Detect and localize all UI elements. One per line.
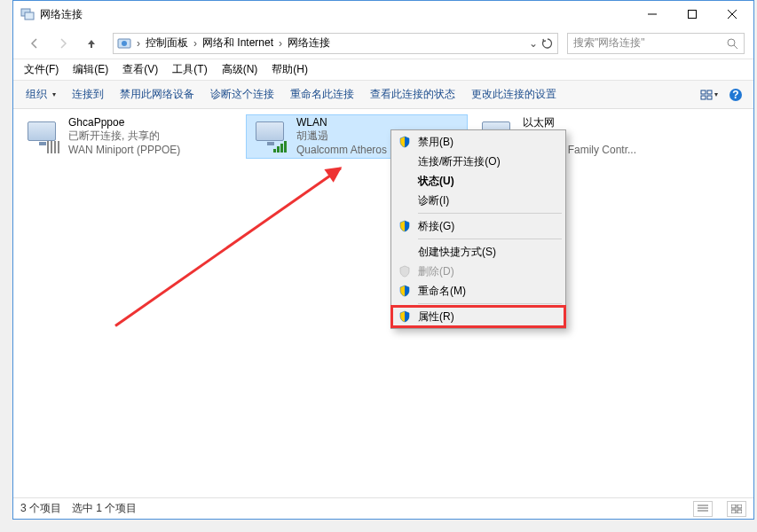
shield-icon <box>398 136 411 148</box>
svg-line-9 <box>734 45 737 49</box>
connection-device: WAN Miniport (PPPOE) <box>68 144 180 158</box>
item-count: 3 个项目 <box>20 501 61 516</box>
connection-name: 以太网 <box>523 116 636 130</box>
ctx-properties[interactable]: 属性(R) <box>393 307 564 326</box>
menu-tools[interactable]: 工具(T) <box>165 60 214 79</box>
details-view-button[interactable] <box>693 501 713 517</box>
svg-rect-1 <box>25 12 34 20</box>
close-button[interactable] <box>712 1 752 27</box>
connection-status: 胡邋遢 <box>296 129 387 144</box>
context-menu: 禁用(B) 连接/断开连接(O) 状态(U) 诊断(I) 桥接(G) 创建快捷方… <box>390 129 566 329</box>
chevron-right-icon: › <box>192 37 199 50</box>
ctx-disable[interactable]: 禁用(B) <box>393 132 564 152</box>
breadcrumb-item[interactable]: 控制面板 <box>142 35 192 51</box>
menu-view[interactable]: 查看(V) <box>115 60 165 79</box>
maximize-button[interactable] <box>672 1 712 27</box>
back-button[interactable] <box>22 31 47 56</box>
toolbar: 组织 连接到 禁用此网络设备 诊断这个连接 重命名此连接 查看此连接的状态 更改… <box>13 81 753 109</box>
svg-rect-20 <box>737 505 742 508</box>
refresh-icon[interactable] <box>541 37 554 50</box>
network-connections-window: 网络连接 › 控制面板 › 网络和 Internet › 网络连接 ⌄ 搜索"网… <box>12 0 754 520</box>
separator <box>418 213 562 214</box>
menu-advanced[interactable]: 高级(N) <box>215 60 265 79</box>
change-settings-button[interactable]: 更改此连接的设置 <box>464 83 564 106</box>
breadcrumb[interactable]: › 控制面板 › 网络和 Internet › 网络连接 ⌄ <box>113 33 558 54</box>
ctx-bridge[interactable]: 桥接(G) <box>393 216 564 236</box>
shield-icon <box>398 220 411 232</box>
menu-edit[interactable]: 编辑(E) <box>66 60 115 79</box>
svg-point-8 <box>728 39 735 46</box>
svg-rect-11 <box>707 90 712 94</box>
separator <box>418 239 562 239</box>
network-folder-icon <box>20 7 35 21</box>
shield-icon <box>398 310 411 323</box>
breadcrumb-item[interactable]: 网络和 Internet <box>199 35 277 51</box>
shield-icon <box>398 285 411 297</box>
svg-text:?: ? <box>732 89 738 101</box>
chevron-right-icon: › <box>135 37 142 50</box>
connection-name: GhcaPppoe <box>68 116 180 130</box>
svg-rect-12 <box>701 96 706 99</box>
search-placeholder: 搜索"网络连接" <box>573 35 726 51</box>
svg-rect-13 <box>707 96 712 99</box>
shield-icon <box>398 265 411 278</box>
ctx-delete: 删除(D) <box>393 262 564 281</box>
view-options-button[interactable] <box>697 84 722 106</box>
window-title: 网络连接 <box>40 7 83 22</box>
tiles-view-button[interactable] <box>727 501 746 517</box>
ctx-connect-disconnect[interactable]: 连接/断开连接(O) <box>393 152 564 171</box>
search-input[interactable]: 搜索"网络连接" <box>567 33 745 54</box>
svg-rect-21 <box>731 510 736 513</box>
view-status-button[interactable]: 查看此连接的状态 <box>363 83 462 106</box>
connection-device: Qualcomm Atheros <box>296 144 387 158</box>
ctx-rename[interactable]: 重命名(M) <box>393 281 564 301</box>
svg-point-7 <box>122 41 127 46</box>
diagnose-button[interactable]: 诊断这个连接 <box>203 83 281 106</box>
rename-connection-button[interactable]: 重命名此连接 <box>283 83 361 106</box>
connection-status: 已断开连接, 共享的 <box>68 129 180 144</box>
titlebar: 网络连接 <box>13 1 753 27</box>
svg-rect-10 <box>701 90 706 94</box>
connection-name: WLAN <box>296 116 387 130</box>
ctx-status[interactable]: 状态(U) <box>393 171 564 191</box>
svg-rect-19 <box>731 505 736 508</box>
control-panel-icon <box>117 36 131 51</box>
menu-help[interactable]: 帮助(H) <box>264 60 315 79</box>
search-icon <box>726 37 738 50</box>
connect-to-button[interactable]: 连接到 <box>65 83 111 106</box>
separator <box>418 303 562 304</box>
connection-item-pppoe[interactable]: GhcaPppoe 已断开连接, 共享的 WAN Miniport (PPPOE… <box>19 114 241 159</box>
forward-button[interactable] <box>51 31 75 56</box>
breadcrumb-item[interactable]: 网络连接 <box>284 35 334 51</box>
menu-file[interactable]: 文件(F) <box>17 60 66 79</box>
chevron-right-icon: › <box>277 37 284 50</box>
selection-count: 选中 1 个项目 <box>72 501 137 516</box>
svg-rect-22 <box>737 510 742 513</box>
up-button[interactable] <box>79 31 104 56</box>
help-button[interactable]: ? <box>723 84 748 106</box>
chevron-down-icon[interactable]: ⌄ <box>529 37 538 50</box>
disable-device-button[interactable]: 禁用此网络设备 <box>113 83 201 106</box>
nav-bar: › 控制面板 › 网络和 Internet › 网络连接 ⌄ 搜索"网络连接" <box>13 27 753 59</box>
minimize-button[interactable] <box>632 1 672 27</box>
menubar: 文件(F) 编辑(E) 查看(V) 工具(T) 高级(N) 帮助(H) <box>13 59 753 81</box>
status-bar: 3 个项目 选中 1 个项目 <box>13 497 753 519</box>
organize-button[interactable]: 组织 <box>19 83 63 106</box>
svg-rect-3 <box>688 11 696 19</box>
pppoe-adapter-icon <box>24 120 61 153</box>
content-area: GhcaPppoe 已断开连接, 共享的 WAN Miniport (PPPOE… <box>13 109 753 497</box>
ctx-create-shortcut[interactable]: 创建快捷方式(S) <box>393 242 564 262</box>
ctx-diagnose[interactable]: 诊断(I) <box>393 191 564 210</box>
wlan-adapter-icon <box>252 120 289 153</box>
annotation-highlight <box>390 305 566 328</box>
